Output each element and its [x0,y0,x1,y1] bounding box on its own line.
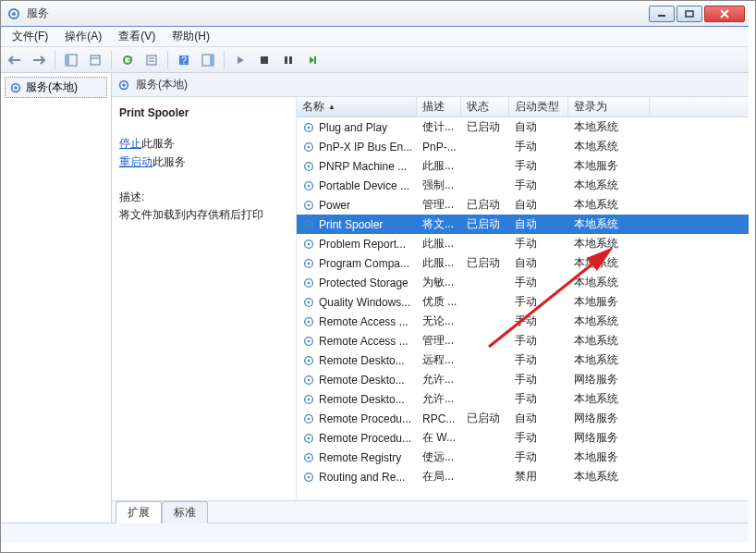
table-row[interactable]: Remote Registry使远...手动本地服务 [297,448,749,467]
menu-file[interactable]: 文件(F) [5,27,55,46]
table-row[interactable]: Remote Procedu...RPC...已启动自动网络服务 [297,409,749,428]
pause-service-button[interactable] [278,50,299,70]
gear-icon [302,141,315,154]
gear-icon [302,412,315,425]
gear-icon [302,374,315,387]
svg-point-49 [308,339,311,342]
table-row[interactable]: Quality Windows...优质 ...手动本地服务 [297,292,749,312]
restart-service-button[interactable] [302,50,323,70]
gear-icon [302,276,315,289]
svg-text:?: ? [181,55,187,66]
svg-rect-20 [289,56,292,64]
gear-icon [302,199,315,212]
svg-rect-18 [261,56,268,64]
tabs: 扩展 标准 [112,500,749,522]
svg-rect-21 [314,56,316,64]
show-hide-tree-button[interactable] [61,50,81,70]
refresh-button[interactable] [117,50,138,70]
gear-icon [302,354,315,367]
tree-root-services[interactable]: 服务(本地) [5,77,107,98]
table-row[interactable]: Power管理...已启动自动本地系统 [297,195,749,215]
menubar: 文件(F) 操作(A) 查看(V) 帮助(H) [1,27,749,47]
table-row[interactable]: PnP-X IP Bus En...PnP-...手动本地系统 [297,137,749,156]
table-row[interactable]: Protected Storage为敏...手动本地系统 [297,273,749,292]
col-desc[interactable]: 描述 [417,97,461,117]
services-pane: 服务(本地) Print Spooler 停止此服务 重启动此服务 描述: 将文… [112,73,749,522]
gear-icon [302,179,315,192]
menu-view[interactable]: 查看(V) [111,27,163,46]
stop-link[interactable]: 停止 [119,137,141,150]
start-service-button[interactable] [230,50,250,70]
gear-icon [302,218,315,231]
tab-extended[interactable]: 扩展 [116,501,162,523]
restart-link[interactable]: 重启动 [119,155,152,168]
pane-header-label: 服务(本地) [136,77,188,92]
action-pane-button[interactable] [198,50,218,70]
close-button[interactable] [704,6,745,22]
forward-button[interactable] [29,50,49,70]
help-button[interactable]: ? [174,50,194,70]
detail-column: Print Spooler 停止此服务 重启动此服务 描述: 将文件加载到内存供… [112,97,297,500]
svg-point-61 [308,456,311,459]
window-title: 服务 [27,6,649,21]
col-name[interactable]: 名称▲ [297,97,417,117]
svg-point-23 [14,86,18,90]
svg-point-39 [308,242,311,245]
svg-rect-3 [686,11,693,17]
table-row[interactable]: Remote Deskto...允许...手动网络服务 [297,370,749,389]
export-list-button[interactable] [85,50,105,70]
tab-standard[interactable]: 标准 [162,501,208,523]
table-row[interactable]: Remote Deskto...远程...手动本地系统 [297,350,749,370]
gear-icon [6,6,21,21]
col-logon[interactable]: 登录为 [568,97,650,117]
svg-point-35 [308,203,311,206]
services-table: 名称▲ 描述 状态 启动类型 登录为 Plug and Play使计...已启动… [297,97,749,500]
gear-icon [302,335,315,348]
gear-icon [302,296,315,309]
tree-root-label: 服务(本地) [26,80,78,95]
titlebar[interactable]: 服务 [1,1,749,27]
table-row[interactable]: Print Spooler将文...已启动自动本地系统 [297,215,749,234]
gear-icon [302,471,315,484]
table-row[interactable]: Plug and Play使计...已启动自动本地系统 [297,117,749,137]
gear-icon [302,451,315,464]
table-row[interactable]: Routing and Re...在局...禁用本地系统 [297,467,749,486]
menu-action[interactable]: 操作(A) [57,27,109,46]
table-row[interactable]: Portable Device ...强制...手动本地系统 [297,176,749,195]
svg-point-25 [122,83,126,87]
table-row[interactable]: PNRP Machine ...此服...手动本地服务 [297,156,749,176]
tree-pane: 服务(本地) [1,73,112,522]
table-row[interactable]: Remote Procedu...在 W...手动网络服务 [297,428,749,448]
svg-point-33 [308,184,311,187]
table-row[interactable]: Remote Deskto...允许...手动本地系统 [297,389,749,409]
stop-service-button[interactable] [254,50,274,70]
restart-tail: 此服务 [152,155,186,168]
back-button[interactable] [5,50,25,70]
svg-point-43 [308,281,311,284]
col-startup[interactable]: 启动类型 [509,97,568,117]
svg-rect-11 [147,55,156,65]
gear-icon [302,238,315,251]
svg-point-41 [308,262,311,264]
gear-icon [302,160,315,173]
menu-help[interactable]: 帮助(H) [165,27,217,46]
gear-icon [302,432,315,445]
description-text: 将文件加载到内存供稍后打印 [119,207,288,223]
sort-asc-icon: ▲ [328,103,335,111]
table-row[interactable]: Program Compa...此服...已启动自动本地系统 [297,253,749,273]
minimize-button[interactable] [649,6,675,22]
gear-icon [9,81,22,94]
table-row[interactable]: Problem Report...此服...手动本地系统 [297,234,749,253]
maximize-button[interactable] [677,6,702,22]
table-row[interactable]: Remote Access ...无论...手动本地系统 [297,312,749,331]
svg-point-51 [308,359,311,362]
toolbar: ? [1,47,749,73]
svg-point-37 [308,223,311,226]
col-status[interactable]: 状态 [461,97,509,117]
gear-icon [302,393,315,406]
table-row[interactable]: Remote Access ...管理...手动本地系统 [297,331,749,350]
table-body[interactable]: Plug and Play使计...已启动自动本地系统PnP-X IP Bus … [297,117,749,500]
gear-icon [302,121,315,134]
table-header: 名称▲ 描述 状态 启动类型 登录为 [297,97,749,117]
properties-button[interactable] [141,50,162,70]
